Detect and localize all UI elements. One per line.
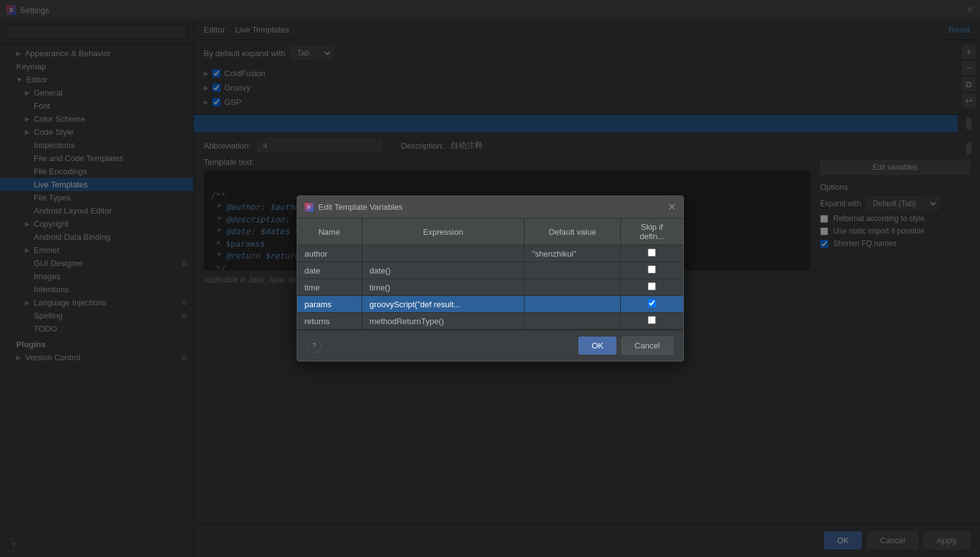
table-row: returns methodReturnType() — [297, 313, 683, 330]
cell-default: "shenzhikui" — [524, 245, 620, 262]
modal-actions: OK Cancel — [578, 337, 673, 355]
cell-expression — [362, 245, 524, 262]
modal-overlay: S Edit Template Variables ✕ Name Express… — [0, 0, 980, 557]
skip-checkbox-params[interactable] — [648, 299, 656, 307]
cell-expression: date() — [362, 262, 524, 279]
cell-name: params — [297, 296, 362, 313]
modal-body: Name Expression Default value Skip if de… — [297, 219, 683, 330]
modal-help-button[interactable]: ? — [307, 339, 321, 353]
cell-default — [524, 296, 620, 313]
settings-window: S Settings ✕ ▶ Appearance & Behavior Key… — [0, 0, 980, 557]
cell-expression: time() — [362, 279, 524, 296]
cell-name: date — [297, 262, 362, 279]
table-row: author "shenzhikui" — [297, 245, 683, 262]
modal-icon: S — [305, 203, 314, 212]
cell-skip — [621, 279, 683, 296]
skip-checkbox[interactable] — [648, 282, 656, 290]
edit-template-variables-modal: S Edit Template Variables ✕ Name Express… — [297, 195, 684, 362]
cell-default — [524, 262, 620, 279]
skip-checkbox[interactable] — [648, 316, 656, 324]
table-row: time time() — [297, 279, 683, 296]
cell-expression: methodReturnType() — [362, 313, 524, 330]
cell-default — [524, 279, 620, 296]
cell-name: author — [297, 245, 362, 262]
modal-title-bar: S Edit Template Variables ✕ — [297, 196, 683, 219]
cell-name: time — [297, 279, 362, 296]
modal-cancel-button[interactable]: Cancel — [621, 337, 673, 355]
modal-footer: ? OK Cancel — [297, 330, 683, 361]
col-name: Name — [297, 219, 362, 245]
modal-table: Name Expression Default value Skip if de… — [297, 219, 683, 330]
skip-checkbox[interactable] — [648, 265, 656, 274]
cell-name: returns — [297, 313, 362, 330]
modal-title: S Edit Template Variables — [305, 202, 403, 212]
table-row: date date() — [297, 262, 683, 279]
skip-checkbox[interactable] — [648, 249, 656, 257]
cell-default — [524, 313, 620, 330]
cell-skip — [621, 262, 683, 279]
modal-ok-button[interactable]: OK — [578, 337, 616, 355]
cell-expression: groovyScript("def result... — [362, 296, 524, 313]
modal-title-text: Edit Template Variables — [319, 202, 403, 212]
cell-skip — [621, 245, 683, 262]
col-skip: Skip if defin... — [621, 219, 683, 245]
cell-skip — [621, 313, 683, 330]
cell-skip — [621, 296, 683, 313]
col-default-value: Default value — [524, 219, 620, 245]
modal-close-button[interactable]: ✕ — [668, 201, 676, 213]
col-expression: Expression — [362, 219, 524, 245]
table-row-params[interactable]: params groovyScript("def result... — [297, 296, 683, 313]
